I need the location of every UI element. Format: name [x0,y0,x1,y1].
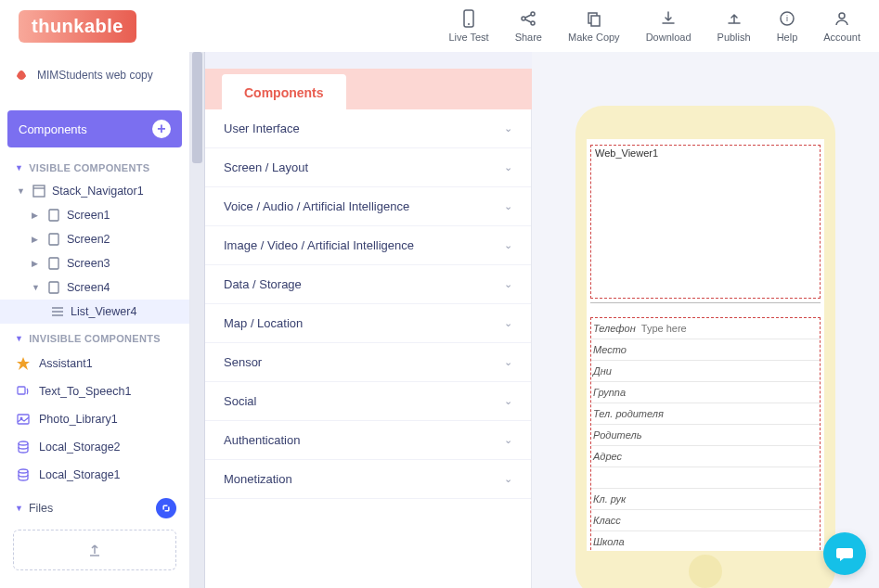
sidebar-scrollbar[interactable] [190,52,205,588]
svg-marker-21 [17,357,30,370]
left-sidebar: MIMStudents web copy Components + ▼ VISI… [0,52,190,588]
field-input[interactable] [628,533,684,550]
field-input[interactable] [667,405,723,422]
tree-screen1[interactable]: ▶ Screen1 [0,203,189,227]
field-input[interactable] [630,341,686,358]
components-header[interactable]: Components + [7,110,182,147]
project-row[interactable]: MIMStudents web copy [9,61,180,89]
upload-dropzone[interactable] [13,530,176,570]
form-row[interactable]: Школа [591,531,820,551]
chevron-down-icon: ▼ [15,163,23,173]
preview-webviewer[interactable]: Web_Viewer1 [590,145,821,299]
make-copy-button[interactable]: Make Copy [568,9,620,43]
field-input[interactable] [626,448,681,465]
caret-down-icon: ▼ [32,283,41,292]
form-row[interactable]: Группа [591,382,820,403]
caret-down-icon: ▼ [17,186,26,196]
expand-files-button[interactable] [156,498,176,518]
copy-icon [585,9,603,28]
field-input[interactable] [615,363,671,379]
upload-icon [86,542,103,558]
help-button[interactable]: i Help [777,9,798,43]
form-row[interactable]: Родитель [591,425,820,446]
form-row[interactable]: Дни [591,361,820,382]
cat-image-video-ai[interactable]: Image / Video / Artificial Intelligence⌄ [205,226,531,265]
download-button[interactable]: Download [646,9,692,43]
form-row[interactable]: Тел. родителя [591,403,820,425]
header-actions: Live Test Share Make Copy Download Publi… [448,9,860,43]
cat-authentication[interactable]: Authentication⌄ [205,421,531,460]
svg-line-6 [525,19,531,22]
tree-screen2[interactable]: ▶ Screen2 [0,227,189,251]
phone-input[interactable] [640,320,820,337]
form-row[interactable] [591,467,820,489]
webviewer-label: Web_Viewer1 [595,147,658,159]
publish-icon [725,9,743,28]
caret-right-icon: ▶ [32,235,41,244]
field-input[interactable] [645,427,701,443]
photo-icon [15,411,32,428]
preview-form[interactable]: Телефон Место Дни Группа Тел. родителя Р… [590,317,821,551]
tree-screen3[interactable]: ▶ Screen3 [0,251,189,275]
form-row[interactable]: Место [591,339,820,361]
tree-stack-navigator[interactable]: ▼ Stack_Navigator1 [0,179,189,203]
inv-storage1[interactable]: Local_Storage1 [0,461,189,489]
cat-social[interactable]: Social⌄ [205,382,531,421]
screen-icon [46,280,61,295]
publish-button[interactable]: Publish [717,9,751,43]
layout-icon [32,184,46,198]
svg-rect-12 [33,185,45,197]
invisible-section-label[interactable]: ▼ INVISIBLE COMPONENTS [0,324,189,350]
form-row[interactable]: Адрес [591,446,820,467]
inv-tts[interactable]: Text_To_Speech1 [0,377,189,405]
field-input[interactable] [629,384,685,401]
chevron-down-icon: ▼ [15,504,23,513]
database-icon [15,439,32,455]
cat-screen-layout[interactable]: Screen / Layout⌄ [205,148,531,187]
field-input[interactable] [597,469,653,486]
inv-assistant[interactable]: Assistant1 [0,350,189,377]
form-row[interactable]: Класс [591,510,820,531]
cat-ui[interactable]: User Interface⌄ [205,109,531,148]
inv-photo[interactable]: Photo_Library1 [0,405,189,433]
chevron-down-icon: ⌄ [504,278,512,290]
logo[interactable]: thunkable [19,10,136,43]
support-chat-button[interactable] [823,532,866,575]
cat-voice-audio-ai[interactable]: Voice / Audio / Artificial Intelligence⌄ [205,187,531,226]
tab-strip: Components [205,69,532,109]
cat-map-location[interactable]: Map / Location⌄ [205,304,531,343]
svg-rect-17 [49,282,58,293]
chevron-down-icon: ⌄ [504,434,512,446]
svg-rect-15 [49,234,58,245]
field-input[interactable] [629,491,685,507]
chevron-down-icon: ⌄ [504,317,512,329]
inv-storage2[interactable]: Local_Storage2 [0,433,189,461]
scrollbar-thumb[interactable] [192,52,202,163]
phone-screen[interactable]: Web_Viewer1 Телефон Место Дни Группа Тел… [587,139,824,551]
form-row[interactable]: Кл. рук [591,489,820,510]
tree-list-viewer4[interactable]: List_Viewer4 [0,300,189,324]
screen-icon [46,232,61,247]
top-header: thunkable Live Test Share Make Copy Down… [0,0,879,52]
live-test-button[interactable]: Live Test [448,9,488,43]
share-button[interactable]: Share [515,9,542,43]
add-component-button[interactable]: + [152,120,171,138]
cat-monetization[interactable]: Monetization⌄ [205,460,531,499]
cat-sensor[interactable]: Sensor⌄ [205,343,531,382]
svg-line-5 [525,15,531,18]
tree-screen4[interactable]: ▼ Screen4 [0,275,189,300]
field-input[interactable] [625,512,680,529]
files-header[interactable]: ▼Files [0,489,189,526]
account-button[interactable]: Account [823,9,860,43]
cat-data-storage[interactable]: Data / Storage⌄ [205,265,531,304]
phone-icon [459,9,478,28]
svg-rect-16 [49,258,58,269]
design-canvas[interactable]: Web_Viewer1 Телефон Место Дни Группа Тел… [532,52,879,588]
svg-point-25 [19,441,28,445]
svg-rect-8 [591,16,600,26]
visible-section-label[interactable]: ▼ VISIBLE COMPONENTS [0,153,189,179]
svg-point-3 [531,12,535,16]
tab-components[interactable]: Components [222,74,346,109]
form-row-phone[interactable]: Телефон [591,318,820,339]
share-icon [519,9,537,28]
